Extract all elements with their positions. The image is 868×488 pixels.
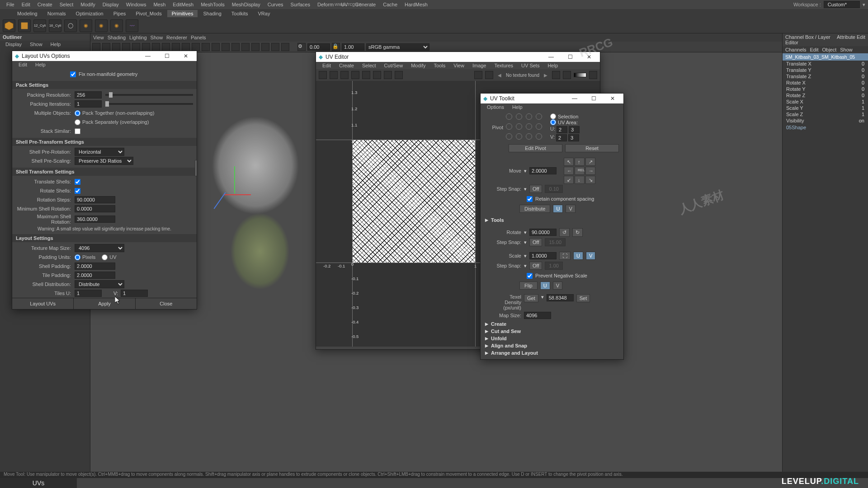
shelf-vray[interactable]: VRay bbox=[253, 10, 274, 17]
flip-button[interactable]: Flip bbox=[519, 282, 538, 290]
tiles-u-input[interactable] bbox=[75, 290, 102, 297]
vp-menu-show[interactable]: Show bbox=[151, 35, 163, 40]
shelf-primitives[interactable]: Primitives bbox=[167, 10, 198, 17]
pivot-point[interactable] bbox=[516, 113, 522, 120]
close-button[interactable]: Close bbox=[136, 298, 197, 309]
packing-resolution-input[interactable] bbox=[75, 91, 102, 99]
vp-tool-icon[interactable] bbox=[222, 43, 230, 51]
edit-pivot-button[interactable]: Edit Pivot bbox=[509, 144, 562, 152]
expand-icon[interactable]: ▶ bbox=[485, 329, 488, 333]
tools-header[interactable]: Tools bbox=[491, 217, 504, 223]
menu-select[interactable]: Select bbox=[56, 2, 77, 7]
v-max-input[interactable] bbox=[568, 134, 579, 141]
move-s-button[interactable]: ↓ bbox=[575, 176, 585, 184]
vp-menu-shading[interactable]: Shading bbox=[108, 35, 126, 40]
move-axis-y-icon[interactable] bbox=[234, 166, 235, 193]
translate-shells-checkbox[interactable] bbox=[75, 179, 80, 185]
rotate-cw-button[interactable]: ↻ bbox=[572, 228, 583, 237]
vp-tool-icon[interactable] bbox=[152, 43, 160, 51]
uv-toolbar-icon[interactable] bbox=[362, 71, 370, 79]
arrange-header[interactable]: Arrange and Layout bbox=[491, 350, 538, 356]
vp-tool-icon[interactable] bbox=[192, 43, 200, 51]
menu-file[interactable]: File bbox=[3, 2, 18, 7]
shelf-pivotmods[interactable]: Pivot_Mods bbox=[131, 10, 166, 17]
padding-pixels-radio[interactable] bbox=[75, 254, 80, 260]
uv-toolbar-icon[interactable] bbox=[552, 71, 560, 79]
chevron-down-icon[interactable]: ▾ bbox=[524, 239, 527, 245]
workspace-select[interactable]: Custom* bbox=[824, 1, 860, 8]
menu-modify[interactable]: Modify bbox=[77, 2, 99, 7]
mapsize-input[interactable] bbox=[524, 312, 551, 319]
menu-meshdisplay[interactable]: MeshDisplay bbox=[228, 2, 264, 7]
menu-edit[interactable]: Edit bbox=[18, 2, 34, 7]
vp-tool-icon[interactable] bbox=[92, 43, 100, 51]
flip-u-button[interactable]: U bbox=[540, 282, 550, 290]
pivot-point[interactable] bbox=[526, 123, 532, 130]
texel-set-button[interactable]: Set bbox=[576, 294, 590, 302]
attribute-editor-tab[interactable]: Attribute Edit bbox=[837, 34, 865, 45]
attr-value[interactable]: 0 bbox=[862, 80, 864, 85]
minimize-button[interactable]: ― bbox=[543, 54, 559, 60]
texmap-select[interactable]: 4096 bbox=[75, 244, 124, 252]
uv-toolbar-icon[interactable] bbox=[351, 71, 359, 79]
uv-toolbar-icon[interactable] bbox=[319, 71, 327, 79]
vp-menu-view[interactable]: View bbox=[93, 35, 104, 40]
uv-menu-create[interactable]: Create bbox=[335, 63, 358, 68]
chevron-down-icon[interactable]: ▾ bbox=[524, 168, 527, 174]
uv-menu-edit[interactable]: Edit bbox=[319, 63, 335, 68]
chbox-menu-show[interactable]: Show bbox=[840, 47, 853, 52]
outliner-menu-help[interactable]: Help bbox=[47, 42, 65, 47]
padding-uv-radio[interactable] bbox=[102, 254, 108, 260]
chevron-down-icon[interactable]: ▾ bbox=[524, 230, 527, 235]
pivot-point[interactable] bbox=[536, 113, 542, 120]
attr-value[interactable]: on bbox=[859, 118, 864, 123]
packing-iterations-input[interactable] bbox=[75, 100, 102, 108]
vp-tool-icon[interactable] bbox=[142, 43, 150, 51]
rotate-snap-off[interactable]: Off bbox=[529, 238, 542, 246]
vp-tool-icon[interactable] bbox=[251, 43, 259, 51]
attr-value[interactable]: 1 bbox=[862, 112, 864, 117]
shelf-optimization[interactable]: Optimization bbox=[71, 10, 108, 17]
layout-uvs-button[interactable]: Layout UVs bbox=[12, 298, 74, 309]
chevron-down-icon[interactable]: ▾ bbox=[541, 294, 544, 300]
chevron-down-icon[interactable]: ▾ bbox=[524, 263, 527, 269]
close-button[interactable]: ✕ bbox=[581, 54, 597, 60]
cutsew-header[interactable]: Cut and Sew bbox=[491, 328, 521, 334]
expand-icon[interactable]: ▶ bbox=[485, 322, 488, 326]
uvarea-radio[interactable] bbox=[550, 119, 556, 125]
close-button[interactable]: ✕ bbox=[604, 95, 621, 102]
shelf-pipes[interactable]: Pipes bbox=[109, 10, 131, 17]
move-value-input[interactable] bbox=[529, 167, 557, 174]
menu-mesh[interactable]: Mesh bbox=[150, 2, 169, 7]
attr-value[interactable]: 0 bbox=[862, 74, 864, 79]
maximize-button[interactable]: ☐ bbox=[562, 54, 578, 60]
channelbox-tab[interactable]: Channel Box / Layer Editor bbox=[785, 34, 832, 45]
near-clip-input[interactable] bbox=[307, 43, 330, 51]
pivot-point[interactable] bbox=[516, 133, 522, 140]
rotate-shells-checkbox[interactable] bbox=[75, 188, 80, 194]
chevron-down-icon[interactable]: ▾ bbox=[524, 186, 527, 192]
menu-surfaces[interactable]: Surfaces bbox=[287, 2, 314, 7]
uv-toolbar-icon[interactable] bbox=[340, 71, 349, 79]
uv-toolbar-icon[interactable] bbox=[563, 71, 571, 79]
menu-display[interactable]: Display bbox=[99, 2, 123, 7]
cube-solid-icon[interactable] bbox=[18, 19, 31, 32]
vp-menu-renderer[interactable]: Renderer bbox=[166, 35, 187, 40]
min-shell-rot-input[interactable] bbox=[75, 205, 115, 212]
expand-icon[interactable]: ▶ bbox=[485, 218, 488, 222]
sphere-b-icon[interactable]: ◉ bbox=[80, 19, 92, 32]
vp-tool-icon[interactable] bbox=[281, 43, 289, 51]
vp-tool-icon[interactable] bbox=[102, 43, 110, 51]
menu-create[interactable]: Create bbox=[34, 2, 56, 7]
distribute-u-button[interactable]: U bbox=[553, 205, 563, 213]
chevron-down-icon[interactable]: ▾ bbox=[524, 253, 527, 259]
scale-v-button[interactable]: V bbox=[586, 252, 595, 260]
vp-lock-icon[interactable]: 🔒 bbox=[332, 43, 340, 51]
attr-value[interactable]: 0 bbox=[862, 86, 864, 92]
cube-icon[interactable] bbox=[3, 19, 15, 32]
uv-menu-textures[interactable]: Textures bbox=[491, 63, 517, 68]
vp-tool-icon[interactable] bbox=[182, 43, 190, 51]
tile-padding-input[interactable] bbox=[75, 272, 115, 279]
vp-menu-lighting[interactable]: Lighting bbox=[129, 35, 147, 40]
attr-value[interactable]: 0 bbox=[862, 61, 864, 66]
